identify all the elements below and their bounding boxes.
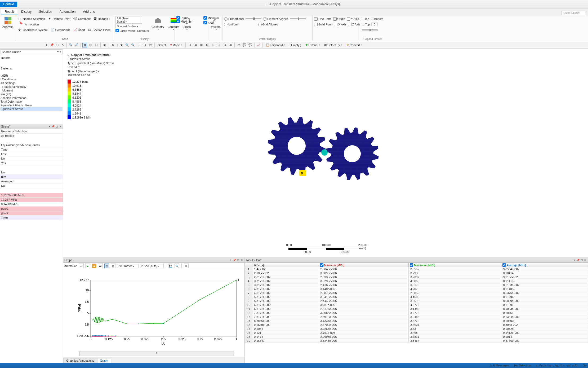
geometry-button[interactable]: Geometry▾ (150, 16, 166, 31)
quick-launch-input[interactable]: Quick Launch (562, 11, 585, 15)
maximum-check[interactable]: Maximum (176, 20, 207, 23)
large-vertex-check[interactable]: Large Vertex Contours (115, 29, 149, 32)
named-selection-button[interactable]: ⬚Named Selection (17, 17, 46, 21)
element-aligned-radio[interactable]: Element Aligned (263, 17, 288, 21)
det-gear1[interactable]: gear1 (0, 207, 63, 211)
zoom-icon[interactable]: 🔎 (74, 43, 79, 47)
table-row[interactable]: 180.14742.9698e-0063.68310.1014 (245, 335, 588, 339)
det-gear2[interactable]: gear2 (0, 211, 63, 216)
sel3-icon[interactable]: ⊞ (199, 43, 204, 47)
tabular-max-icon[interactable]: ▢ (580, 259, 583, 262)
x-axis-check[interactable]: X Axis (334, 23, 346, 26)
bottom-check[interactable]: ⬚Bottom (371, 17, 384, 21)
tab-addons[interactable]: Add-ons (79, 9, 99, 15)
table-row[interactable]: 64.3171e-0023.448e-0064.2070.11405 (245, 287, 588, 291)
det-no1[interactable]: No (0, 156, 63, 161)
panel-pin-icon[interactable]: 📌 (50, 43, 54, 47)
rotate-icon[interactable]: ↻ (110, 43, 115, 47)
line-form-check[interactable]: Line Form (314, 17, 332, 21)
sel2-icon[interactable]: ⊞ (193, 43, 198, 47)
panel-max-icon[interactable]: ▢ (55, 43, 60, 47)
table-row[interactable]: 116.8171e-0022.5177e-0063.14898.9093e-00… (245, 307, 588, 311)
tree-sol-info[interactable]: Solution Information (1, 96, 63, 100)
thick-shell-icon[interactable]: ▣ (102, 43, 107, 47)
annotation-button[interactable]: 🔖Annotation (17, 21, 41, 28)
det-last[interactable]: Last (0, 152, 63, 156)
time-slider[interactable] (79, 352, 234, 356)
tree-systems[interactable]: Systems (1, 67, 63, 70)
frames-combo[interactable]: 20 Frames▾ (117, 264, 139, 268)
empty-button[interactable]: [ Empty ] (288, 43, 302, 47)
sel1-icon[interactable]: ⊞ (187, 43, 192, 47)
anim-play-icon[interactable]: ▶ (85, 264, 90, 268)
grid-aligned-radio[interactable]: Grid Aligned (258, 23, 278, 26)
det-max[interactable]: 12.277 MPa (0, 198, 63, 202)
probe-check[interactable]: Probe (176, 16, 207, 20)
det-yes[interactable]: Yes (0, 161, 63, 165)
iso-check[interactable]: ⬚Iso (362, 17, 369, 21)
tree-conditions[interactable]: l Conditions (1, 77, 63, 81)
det-time[interactable]: Time (0, 147, 63, 152)
wireframe-icon[interactable]: ◫ (88, 43, 93, 47)
minimum-check[interactable]: Minimum (203, 16, 220, 20)
btab-annotations[interactable]: Graphics Annotations (63, 358, 97, 363)
tree-eq-strain[interactable]: Equivalent Elastic Strain (1, 103, 63, 107)
sel5-icon[interactable]: ⊞ (211, 43, 215, 47)
chart-button[interactable]: 📈Chart (73, 28, 86, 32)
panel-close-icon[interactable]: ✕ (60, 43, 65, 47)
context-tab[interactable]: Context (0, 2, 17, 7)
tree-tot-def[interactable]: Total Deformation (1, 100, 63, 103)
zoom-fit-icon[interactable]: 🔍 (68, 43, 73, 47)
tabular-table[interactable]: Time [s] Minimum [MPa] Maximum [MPa] Ave… (245, 263, 588, 343)
det-no3[interactable]: No (0, 184, 63, 188)
sel4-icon[interactable]: ⊞ (205, 43, 210, 47)
tabular-dropdown-icon[interactable]: ▾ (573, 259, 576, 262)
iso-view-icon[interactable]: ⬚ (94, 43, 99, 47)
tree-eq-stress[interactable]: Equivalent Stress (1, 107, 63, 111)
origin-check[interactable]: Origin (333, 17, 345, 21)
graph-dropdown-icon[interactable]: ▾ (229, 259, 232, 262)
msg1-icon[interactable]: 💬 (242, 43, 247, 47)
table-row[interactable]: 127.3171e-0023.2083e-0063.97760.10851 (245, 311, 588, 315)
btab-graph[interactable]: Graph (97, 358, 111, 363)
details-max-icon[interactable]: ▢ (55, 125, 58, 128)
images-button[interactable]: 🖼Images▾ (93, 17, 111, 21)
table-row[interactable]: 106.3171e-0023.281e-0064.07720.11091 (245, 303, 588, 307)
remote-point-button[interactable]: ✦Remote Point (47, 17, 71, 21)
tree-imports[interactable]: Imports (1, 56, 63, 60)
table-row[interactable]: 43.3171e-0023.3296e-0064.08580.11113 (245, 279, 588, 283)
look-at-icon[interactable]: 👁 (148, 43, 153, 47)
graph-max-icon[interactable]: ▢ (237, 259, 240, 262)
col-max[interactable]: Maximum [MPa] (409, 263, 501, 267)
table-row[interactable]: 22.188e-0023.0896e-0063.79390.10414 (245, 271, 588, 275)
proportional-radio[interactable]: Proportional (224, 17, 244, 21)
vector-density-slider[interactable] (290, 18, 306, 19)
det-averaged[interactable]: Averaged (0, 179, 63, 184)
table-row[interactable]: 53.8171e-0022.4166e-0063.01798.6103e-002 (245, 283, 588, 287)
det-min[interactable]: 1.9169e-006 MPa (0, 193, 63, 198)
panel-dropdown-icon[interactable]: ▾ (44, 43, 49, 47)
table-row[interactable]: 190.168472.8245e-0063.54649.8776e-002 (245, 339, 588, 343)
graph-pin-icon[interactable]: 📌 (233, 259, 236, 262)
loop-combo[interactable]: 2 Sec (Auto)▾ (140, 264, 164, 268)
tree-settings[interactable]: sis Settings (1, 81, 63, 85)
det-avg[interactable]: 0.14986 MPa (0, 202, 63, 207)
section-plane-button[interactable]: ▤Section Plane (87, 28, 112, 32)
scale-combo[interactable]: 1.0 (True Scale)▾ (115, 16, 142, 24)
top-check[interactable]: ⬚Top0 (362, 23, 378, 26)
table-row[interactable]: 148.3846e-0023.1337e-0063.87720.10609 (245, 319, 588, 323)
tabular-pin-icon[interactable]: 📌 (576, 259, 580, 262)
anim-stop-icon[interactable]: ■ (92, 264, 96, 268)
tag-icon[interactable]: 🏷 (236, 43, 241, 47)
outline-search-input[interactable]: Search Outline▾ ▾ (1, 49, 63, 54)
snap-check[interactable]: Snap (203, 21, 215, 24)
tree-moment[interactable]: - Moment (1, 89, 63, 92)
details-pin-icon[interactable]: 📌 (51, 125, 55, 128)
table-row[interactable]: 74.8171e-0022.3873e-0062.98598.5376e-002 (245, 291, 588, 295)
table-row[interactable]: 95.8171e-0022.4448e-0063.05158.6869e-002 (245, 299, 588, 303)
coord-system-button[interactable]: ✛Coordinate System (17, 28, 48, 32)
anim-first-icon[interactable]: ⏮ (79, 264, 84, 268)
det-no2[interactable]: No (0, 170, 63, 175)
status-messages[interactable]: ⚠6 Messages (489, 364, 509, 367)
table-row[interactable]: 170.1212.751e-0063.4689.6412e-002 (245, 331, 588, 335)
